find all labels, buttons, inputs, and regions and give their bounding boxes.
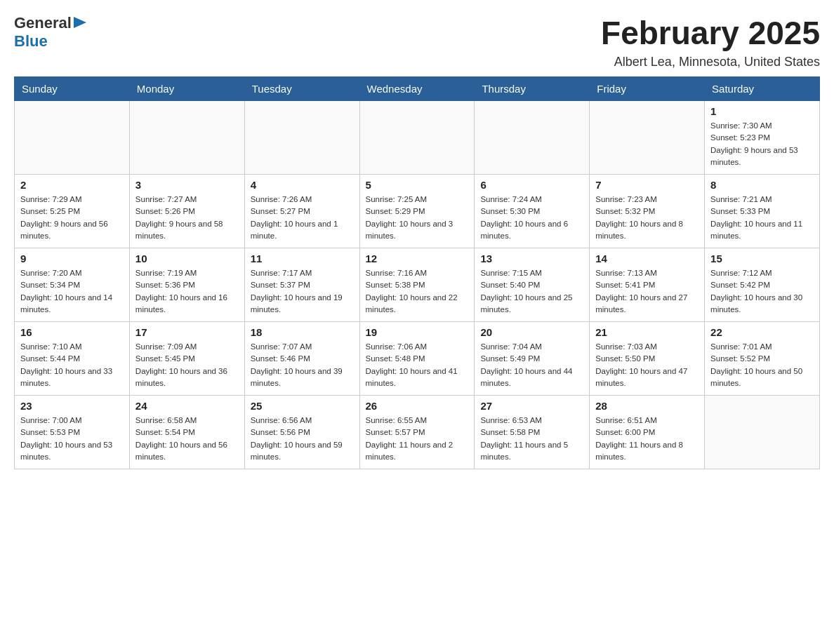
day-number: 25 [251, 400, 354, 412]
day-info: Sunrise: 7:27 AMSunset: 5:26 PMDaylight:… [135, 194, 239, 242]
day-info: Sunrise: 7:19 AMSunset: 5:36 PMDaylight:… [135, 267, 239, 316]
calendar-cell [15, 101, 130, 175]
calendar-cell: 16Sunrise: 7:10 AMSunset: 5:44 PMDayligh… [15, 322, 130, 396]
calendar-cell [244, 101, 359, 175]
logo-general-text: General [14, 14, 72, 32]
week-row-2: 2Sunrise: 7:29 AMSunset: 5:25 PMDaylight… [15, 175, 820, 248]
day-info: Sunrise: 6:55 AMSunset: 5:57 PMDaylight:… [366, 415, 469, 463]
day-info: Sunrise: 6:58 AMSunset: 5:54 PMDaylight:… [135, 415, 239, 463]
calendar-cell: 7Sunrise: 7:23 AMSunset: 5:32 PMDaylight… [590, 175, 705, 248]
day-info: Sunrise: 7:23 AMSunset: 5:32 PMDaylight:… [595, 194, 699, 242]
day-info: Sunrise: 7:03 AMSunset: 5:50 PMDaylight:… [595, 341, 699, 389]
day-info: Sunrise: 7:01 AMSunset: 5:52 PMDaylight:… [710, 341, 814, 389]
day-number: 8 [710, 179, 814, 191]
day-info: Sunrise: 7:13 AMSunset: 5:41 PMDaylight:… [595, 267, 699, 316]
day-info: Sunrise: 7:10 AMSunset: 5:44 PMDaylight:… [20, 341, 124, 389]
day-number: 10 [135, 253, 239, 264]
day-number: 7 [595, 179, 699, 191]
calendar-cell: 28Sunrise: 6:51 AMSunset: 6:00 PMDayligh… [590, 396, 705, 469]
day-number: 19 [366, 326, 469, 338]
calendar-cell: 9Sunrise: 7:20 AMSunset: 5:34 PMDaylight… [15, 248, 130, 322]
day-info: Sunrise: 6:51 AMSunset: 6:00 PMDaylight:… [595, 415, 699, 463]
day-number: 1 [710, 105, 814, 117]
day-info: Sunrise: 7:12 AMSunset: 5:42 PMDaylight:… [710, 267, 814, 316]
calendar-cell: 1Sunrise: 7:30 AMSunset: 5:23 PMDaylight… [705, 101, 820, 175]
day-number: 5 [366, 179, 469, 191]
calendar-cell: 21Sunrise: 7:03 AMSunset: 5:50 PMDayligh… [590, 322, 705, 396]
header-saturday: Saturday [705, 77, 820, 101]
day-number: 15 [710, 253, 814, 264]
calendar-cell: 19Sunrise: 7:06 AMSunset: 5:48 PMDayligh… [359, 322, 475, 396]
calendar-cell [129, 101, 244, 175]
day-number: 14 [595, 253, 699, 264]
header-monday: Monday [129, 77, 244, 101]
day-number: 6 [480, 179, 583, 191]
week-row-1: 1Sunrise: 7:30 AMSunset: 5:23 PMDaylight… [15, 101, 820, 175]
header-wednesday: Wednesday [359, 77, 475, 101]
day-number: 18 [251, 326, 354, 338]
day-info: Sunrise: 6:53 AMSunset: 5:58 PMDaylight:… [480, 415, 583, 463]
header-friday: Friday [590, 77, 705, 101]
day-number: 20 [480, 326, 583, 338]
calendar-cell: 10Sunrise: 7:19 AMSunset: 5:36 PMDayligh… [129, 248, 244, 322]
header-tuesday: Tuesday [244, 77, 359, 101]
calendar-cell: 2Sunrise: 7:29 AMSunset: 5:25 PMDaylight… [15, 175, 130, 248]
day-number: 21 [595, 326, 699, 338]
day-number: 26 [366, 400, 469, 412]
calendar-cell: 25Sunrise: 6:56 AMSunset: 5:56 PMDayligh… [244, 396, 359, 469]
day-number: 11 [251, 253, 354, 264]
month-title: February 2025 [601, 14, 820, 52]
calendar-cell: 26Sunrise: 6:55 AMSunset: 5:57 PMDayligh… [359, 396, 475, 469]
calendar-cell: 14Sunrise: 7:13 AMSunset: 5:41 PMDayligh… [590, 248, 705, 322]
day-info: Sunrise: 7:25 AMSunset: 5:29 PMDaylight:… [366, 194, 469, 242]
calendar-cell: 15Sunrise: 7:12 AMSunset: 5:42 PMDayligh… [705, 248, 820, 322]
calendar-cell: 20Sunrise: 7:04 AMSunset: 5:49 PMDayligh… [475, 322, 590, 396]
calendar-cell: 12Sunrise: 7:16 AMSunset: 5:38 PMDayligh… [359, 248, 475, 322]
day-number: 12 [366, 253, 469, 264]
header-thursday: Thursday [475, 77, 590, 101]
day-info: Sunrise: 7:20 AMSunset: 5:34 PMDaylight:… [20, 267, 124, 316]
day-number: 4 [251, 179, 354, 191]
calendar-cell: 13Sunrise: 7:15 AMSunset: 5:40 PMDayligh… [475, 248, 590, 322]
day-info: Sunrise: 7:24 AMSunset: 5:30 PMDaylight:… [480, 194, 583, 242]
day-number: 13 [480, 253, 583, 264]
calendar-cell: 27Sunrise: 6:53 AMSunset: 5:58 PMDayligh… [475, 396, 590, 469]
logo-blue-text: Blue [14, 32, 48, 50]
day-info: Sunrise: 7:29 AMSunset: 5:25 PMDaylight:… [20, 194, 124, 242]
weekday-header-row: Sunday Monday Tuesday Wednesday Thursday… [15, 77, 820, 101]
calendar-cell: 24Sunrise: 6:58 AMSunset: 5:54 PMDayligh… [129, 396, 244, 469]
day-info: Sunrise: 7:15 AMSunset: 5:40 PMDaylight:… [480, 267, 583, 316]
day-number: 23 [20, 400, 124, 412]
day-number: 22 [710, 326, 814, 338]
day-info: Sunrise: 7:00 AMSunset: 5:53 PMDaylight:… [20, 415, 124, 463]
day-info: Sunrise: 7:21 AMSunset: 5:33 PMDaylight:… [710, 194, 814, 242]
calendar-cell: 5Sunrise: 7:25 AMSunset: 5:29 PMDaylight… [359, 175, 475, 248]
day-number: 27 [480, 400, 583, 412]
calendar-cell: 11Sunrise: 7:17 AMSunset: 5:37 PMDayligh… [244, 248, 359, 322]
day-info: Sunrise: 6:56 AMSunset: 5:56 PMDaylight:… [251, 415, 354, 463]
calendar-cell [705, 396, 820, 469]
calendar-cell [475, 101, 590, 175]
header-sunday: Sunday [15, 77, 130, 101]
day-number: 2 [20, 179, 124, 191]
calendar-cell: 4Sunrise: 7:26 AMSunset: 5:27 PMDaylight… [244, 175, 359, 248]
day-number: 9 [20, 253, 124, 264]
calendar-cell: 6Sunrise: 7:24 AMSunset: 5:30 PMDaylight… [475, 175, 590, 248]
calendar-cell: 3Sunrise: 7:27 AMSunset: 5:26 PMDaylight… [129, 175, 244, 248]
day-number: 17 [135, 326, 239, 338]
logo-arrow-icon [74, 17, 86, 31]
calendar-cell: 17Sunrise: 7:09 AMSunset: 5:45 PMDayligh… [129, 322, 244, 396]
day-info: Sunrise: 7:09 AMSunset: 5:45 PMDaylight:… [135, 341, 239, 389]
logo: General Blue [14, 14, 86, 51]
day-info: Sunrise: 7:06 AMSunset: 5:48 PMDaylight:… [366, 341, 469, 389]
calendar-cell: 18Sunrise: 7:07 AMSunset: 5:46 PMDayligh… [244, 322, 359, 396]
svg-marker-0 [74, 17, 86, 28]
day-info: Sunrise: 7:07 AMSunset: 5:46 PMDaylight:… [251, 341, 354, 389]
page-header: General Blue February 2025 Albert Lea, M… [14, 14, 820, 69]
day-info: Sunrise: 7:30 AMSunset: 5:23 PMDaylight:… [710, 120, 814, 168]
day-number: 3 [135, 179, 239, 191]
week-row-5: 23Sunrise: 7:00 AMSunset: 5:53 PMDayligh… [15, 396, 820, 469]
week-row-3: 9Sunrise: 7:20 AMSunset: 5:34 PMDaylight… [15, 248, 820, 322]
calendar-cell [359, 101, 475, 175]
day-info: Sunrise: 7:26 AMSunset: 5:27 PMDaylight:… [251, 194, 354, 242]
